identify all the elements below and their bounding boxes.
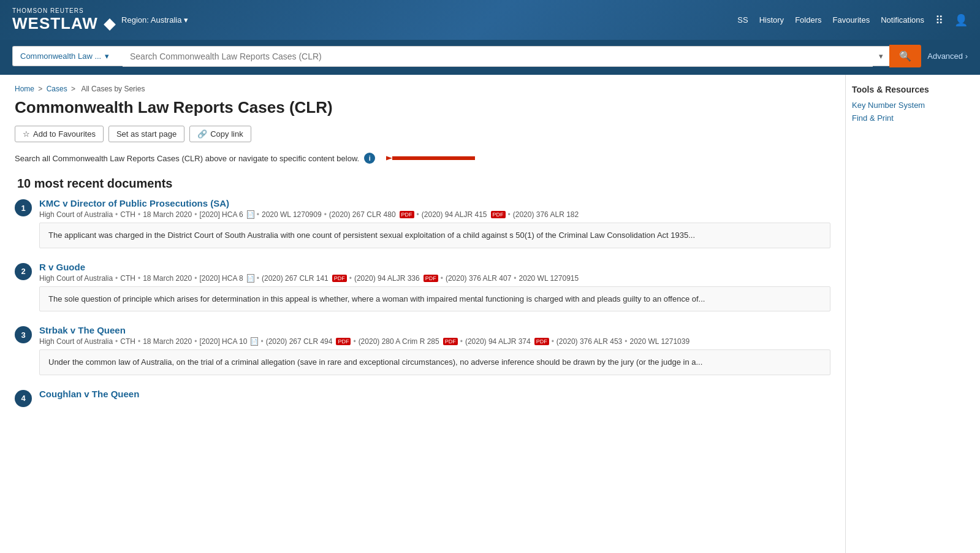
doc-meta-2: High Court of Australia • CTH • 18 March… xyxy=(39,274,830,283)
breadcrumb-home[interactable]: Home xyxy=(15,85,34,93)
breadcrumb-cases[interactable]: Cases xyxy=(47,85,67,93)
selector-chevron-icon: ▾ xyxy=(105,51,109,61)
page-title: Commonwealth Law Reports Cases (CLR) xyxy=(15,98,830,117)
search-icon: 🔍 xyxy=(899,51,911,61)
document-list: 1 KMC v Director of Public Prosecutions … xyxy=(15,198,830,410)
brand-large: WESTLAW xyxy=(12,14,114,32)
link-icon: 🔗 xyxy=(197,129,207,139)
doc-number-1: 1 xyxy=(15,199,32,216)
pdf-icon: PDF xyxy=(336,338,351,345)
main-wrapper: Home > Cases > All Cases by Series Commo… xyxy=(0,75,980,553)
star-icon: ☆ xyxy=(23,129,30,139)
search-input[interactable] xyxy=(123,46,873,67)
doc-title-1[interactable]: KMC v Director of Public Prosecutions (S… xyxy=(39,198,229,208)
advanced-link[interactable]: Advanced › xyxy=(927,51,968,61)
set-start-page-button[interactable]: Set as start page xyxy=(108,126,184,142)
pdf-icon: PDF xyxy=(400,211,414,218)
header-nav: SS History Folders Favourites Notificati… xyxy=(737,13,968,27)
doc-number-2: 2 xyxy=(15,263,32,280)
region-selector[interactable]: Region: Australia ▾ xyxy=(121,15,188,25)
list-item: 1 KMC v Director of Public Prosecutions … xyxy=(15,198,830,251)
key-number-system-link[interactable]: Key Number System xyxy=(852,101,970,110)
breadcrumb: Home > Cases > All Cases by Series xyxy=(15,85,830,93)
doc-meta-1: High Court of Australia • CTH • 18 March… xyxy=(39,210,830,219)
chevron-down-icon: ▾ xyxy=(879,51,883,61)
brand-small: THOMSON REUTERS xyxy=(12,7,114,14)
pdf-icon: PDF xyxy=(534,338,549,345)
pdf-icon: PDF xyxy=(424,275,438,282)
doc-excerpt-2: The sole question of principle which ari… xyxy=(39,286,830,312)
search-go-button[interactable]: 🔍 xyxy=(889,45,921,67)
doc-meta-3: High Court of Australia • CTH • 18 March… xyxy=(39,337,830,346)
chevron-down-icon: ▾ xyxy=(184,15,188,25)
sidebar-heading: Tools & Resources xyxy=(852,85,970,94)
doc-title-3[interactable]: Strbak v The Queen xyxy=(39,325,126,335)
red-arrow-indicator xyxy=(386,150,481,167)
search-selector[interactable]: Commonwealth Law ... ▾ xyxy=(12,46,123,66)
user-icon[interactable]: 👤 xyxy=(954,13,968,27)
logo-diamond xyxy=(104,18,116,31)
sidebar: Tools & Resources Key Number System Find… xyxy=(845,75,980,553)
add-favourites-button[interactable]: ☆ Add to Favourites xyxy=(15,126,104,142)
header: THOMSON REUTERS WESTLAW Region: Australi… xyxy=(0,0,980,40)
doc-file-icon: 📄 xyxy=(247,274,254,283)
favourites-link[interactable]: Favourites xyxy=(832,15,870,25)
doc-file-icon: 📄 xyxy=(247,210,254,219)
doc-number-3: 3 xyxy=(15,326,32,343)
history-link[interactable]: History xyxy=(759,15,784,25)
notifications-link[interactable]: Notifications xyxy=(881,15,924,25)
doc-content-3: Strbak v The Queen High Court of Austral… xyxy=(39,325,830,375)
doc-excerpt-1: The applicant was charged in the Distric… xyxy=(39,223,830,248)
folders-link[interactable]: Folders xyxy=(795,15,821,25)
copy-link-button[interactable]: 🔗 Copy link xyxy=(189,126,251,142)
doc-excerpt-3: Under the common law of Australia, on th… xyxy=(39,349,830,375)
doc-content-1: KMC v Director of Public Prosecutions (S… xyxy=(39,198,830,248)
doc-content-2: R v Guode High Court of Australia • CTH … xyxy=(39,262,830,312)
pdf-icon: PDF xyxy=(491,211,506,218)
grid-icon[interactable]: ⠿ xyxy=(935,13,943,27)
action-buttons: ☆ Add to Favourites Set as start page 🔗 … xyxy=(15,126,830,142)
logo: THOMSON REUTERS WESTLAW xyxy=(12,7,114,33)
ss-button[interactable]: SS xyxy=(737,15,748,25)
find-print-link[interactable]: Find & Print xyxy=(852,113,970,123)
pdf-icon: PDF xyxy=(443,338,458,345)
list-item: 3 Strbak v The Queen High Court of Austr… xyxy=(15,325,830,378)
arrow-svg xyxy=(386,150,481,167)
header-left: THOMSON REUTERS WESTLAW Region: Australi… xyxy=(12,7,188,33)
doc-content-4: Coughlan v The Queen xyxy=(39,389,830,407)
search-bar: Commonwealth Law ... ▾ ▾ 🔍 Advanced › xyxy=(0,40,980,75)
main-content: Home > Cases > All Cases by Series Commo… xyxy=(0,75,845,553)
doc-file-icon: 📄 xyxy=(251,337,258,346)
info-text-row: Search all Commonwealth Law Reports Case… xyxy=(15,150,830,167)
search-dropdown-button[interactable]: ▾ xyxy=(873,46,889,66)
section-heading: 10 most recent documents xyxy=(15,177,830,191)
info-icon[interactable]: i xyxy=(364,153,375,164)
doc-title-2[interactable]: R v Guode xyxy=(39,262,85,272)
breadcrumb-current: All Cases by Series xyxy=(81,85,145,93)
doc-title-4[interactable]: Coughlan v The Queen xyxy=(39,389,139,399)
doc-number-4: 4 xyxy=(15,390,32,407)
list-item: 4 Coughlan v The Queen xyxy=(15,389,830,410)
list-item: 2 R v Guode High Court of Australia • CT… xyxy=(15,262,830,315)
info-text: Search all Commonwealth Law Reports Case… xyxy=(15,154,359,163)
pdf-icon: PDF xyxy=(332,275,347,282)
